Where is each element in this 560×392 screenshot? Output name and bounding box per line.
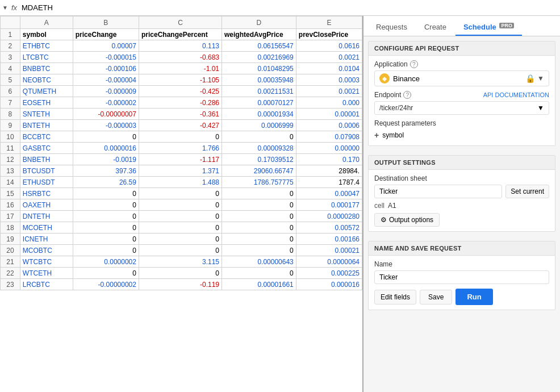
cell-symbol[interactable]: LRCBTC — [20, 279, 73, 290]
cell-prevClosePrice[interactable]: 28984. — [296, 165, 362, 177]
cell-prevClosePrice[interactable]: 0.170 — [296, 154, 362, 165]
cell-priceChangePercent[interactable]: 0 — [139, 131, 222, 143]
cell-priceChange[interactable]: 0 — [73, 268, 139, 279]
cell-symbol[interactable]: BNBETH — [20, 154, 73, 165]
cell-weightedAvgPrice[interactable]: 0.06156547 — [222, 40, 296, 52]
cell-priceChangePercent[interactable]: 0 — [139, 211, 222, 222]
cell-symbol[interactable]: WTCBTC — [20, 256, 73, 268]
header-prevClosePrice[interactable]: prevClosePrice — [296, 29, 362, 40]
header-symbol[interactable]: symbol — [20, 29, 73, 40]
cell-symbol[interactable]: BTCUSDT — [20, 165, 73, 177]
cell-weightedAvgPrice[interactable]: 0.00009328 — [222, 143, 296, 154]
save-button[interactable]: Save — [420, 290, 452, 305]
col-header-c[interactable]: C — [139, 16, 222, 29]
cell-priceChangePercent[interactable]: 0 — [139, 233, 222, 245]
tab-requests[interactable]: Requests — [368, 19, 415, 36]
cell-priceChangePercent[interactable]: 0 — [139, 199, 222, 211]
cell-prevClosePrice[interactable]: 0.000225 — [296, 268, 362, 279]
cell-priceChangePercent[interactable]: 1.488 — [139, 177, 222, 188]
destination-sheet-input[interactable] — [374, 185, 502, 198]
cell-weightedAvgPrice[interactable]: 0.0006999 — [222, 120, 296, 131]
run-button[interactable]: Run — [455, 289, 492, 305]
cell-weightedAvgPrice[interactable]: 0 — [222, 245, 296, 256]
cell-symbol[interactable]: MCOETH — [20, 222, 73, 233]
cell-symbol[interactable]: QTUMETH — [20, 86, 73, 97]
cell-prevClosePrice[interactable]: 0.0003 — [296, 74, 362, 86]
cell-prevClosePrice[interactable]: 0.0104 — [296, 63, 362, 74]
cell-priceChange[interactable]: -0.000004 — [73, 74, 139, 86]
cell-priceChange[interactable]: 0 — [73, 199, 139, 211]
cell-priceChange[interactable]: -0.000009 — [73, 86, 139, 97]
endpoint-select[interactable]: /ticker/24hr ▼ — [374, 101, 549, 115]
cell-weightedAvgPrice[interactable]: 0.00001661 — [222, 279, 296, 290]
tab-schedule[interactable]: Schedule PRO — [455, 19, 522, 36]
cell-prevClosePrice[interactable]: 0.0000064 — [296, 256, 362, 268]
cell-weightedAvgPrice[interactable]: 0.00216969 — [222, 52, 296, 63]
cell-weightedAvgPrice[interactable]: 0 — [222, 188, 296, 199]
header-weightedAvgPrice[interactable]: weightedAvgPrice — [222, 29, 296, 40]
cell-prevClosePrice[interactable]: 0.00572 — [296, 222, 362, 233]
cell-symbol[interactable]: BNTETH — [20, 120, 73, 131]
cell-symbol[interactable]: DNTETH — [20, 211, 73, 222]
cell-priceChangePercent[interactable]: -0.425 — [139, 86, 222, 97]
cell-priceChangePercent[interactable]: -0.361 — [139, 109, 222, 120]
cell-prevClosePrice[interactable]: 0.0006 — [296, 120, 362, 131]
cell-priceChangePercent[interactable]: 0 — [139, 222, 222, 233]
cell-prevClosePrice[interactable]: 0.00166 — [296, 233, 362, 245]
cell-symbol[interactable]: WTCETH — [20, 268, 73, 279]
cell-priceChange[interactable]: 397.36 — [73, 165, 139, 177]
cell-symbol[interactable]: ETHBTC — [20, 40, 73, 52]
cell-symbol[interactable]: GASBTC — [20, 143, 73, 154]
cell-priceChangePercent[interactable]: -0.286 — [139, 97, 222, 109]
output-options-button[interactable]: ⚙ Output options — [374, 213, 440, 227]
cell-priceChange[interactable]: 0 — [73, 211, 139, 222]
formula-bar-dropdown-icon[interactable]: ▼ — [2, 5, 8, 11]
tab-create[interactable]: Create — [416, 19, 454, 36]
cell-symbol[interactable]: SNTETH — [20, 109, 73, 120]
name-input[interactable] — [374, 270, 549, 284]
cell-symbol[interactable]: ICNETH — [20, 233, 73, 245]
cell-prevClosePrice[interactable]: 1787.4 — [296, 177, 362, 188]
cell-priceChange[interactable]: -0.00000007 — [73, 109, 139, 120]
cell-weightedAvgPrice[interactable]: 0.00070127 — [222, 97, 296, 109]
cell-prevClosePrice[interactable]: 0.0021 — [296, 86, 362, 97]
cell-weightedAvgPrice[interactable]: 0 — [222, 131, 296, 143]
application-help-icon[interactable]: ? — [410, 60, 418, 68]
cell-priceChange[interactable]: -0.000015 — [73, 52, 139, 63]
set-current-button[interactable]: Set current — [505, 185, 549, 198]
cell-priceChange[interactable]: 0.0000016 — [73, 143, 139, 154]
cell-priceChangePercent[interactable]: 0.113 — [139, 40, 222, 52]
cell-prevClosePrice[interactable]: 0.0616 — [296, 40, 362, 52]
cell-priceChange[interactable]: 0 — [73, 188, 139, 199]
cell-priceChange[interactable]: 0.00007 — [73, 40, 139, 52]
cell-weightedAvgPrice[interactable]: 0 — [222, 199, 296, 211]
cell-weightedAvgPrice[interactable]: 29060.66747 — [222, 165, 296, 177]
col-header-a[interactable]: A — [20, 16, 73, 29]
cell-symbol[interactable]: NEOBTC — [20, 74, 73, 86]
cell-priceChangePercent[interactable]: 1.371 — [139, 165, 222, 177]
cell-priceChange[interactable]: -0.000003 — [73, 120, 139, 131]
cell-prevClosePrice[interactable]: 0.07908 — [296, 131, 362, 143]
cell-priceChangePercent[interactable]: 0 — [139, 188, 222, 199]
application-row[interactable]: ◈ Binance 🔒 ▼ — [374, 70, 549, 86]
cell-weightedAvgPrice[interactable]: 0.00035948 — [222, 74, 296, 86]
header-priceChangePercent[interactable]: priceChangePercent — [139, 29, 222, 40]
api-doc-link[interactable]: API DOCUMENTATION — [483, 91, 549, 98]
col-header-d[interactable]: D — [222, 16, 296, 29]
cell-priceChange[interactable]: 0 — [73, 222, 139, 233]
cell-priceChangePercent[interactable]: 0 — [139, 268, 222, 279]
cell-prevClosePrice[interactable]: 0.000 — [296, 97, 362, 109]
cell-prevClosePrice[interactable]: 0.00001 — [296, 109, 362, 120]
cell-weightedAvgPrice[interactable]: 0.00001934 — [222, 109, 296, 120]
cell-priceChangePercent[interactable]: -1.105 — [139, 74, 222, 86]
cell-priceChangePercent[interactable]: 1.766 — [139, 143, 222, 154]
edit-fields-button[interactable]: Edit fields — [374, 290, 416, 305]
cell-priceChangePercent[interactable]: -1.117 — [139, 154, 222, 165]
col-header-b[interactable]: B — [73, 16, 139, 29]
cell-weightedAvgPrice[interactable]: 0.17039512 — [222, 154, 296, 165]
cell-symbol[interactable]: BCCBTC — [20, 131, 73, 143]
cell-priceChange[interactable]: 0 — [73, 233, 139, 245]
cell-priceChange[interactable]: 0.0000002 — [73, 256, 139, 268]
cell-priceChangePercent[interactable]: -1.01 — [139, 63, 222, 74]
cell-prevClosePrice[interactable]: 0.00047 — [296, 188, 362, 199]
